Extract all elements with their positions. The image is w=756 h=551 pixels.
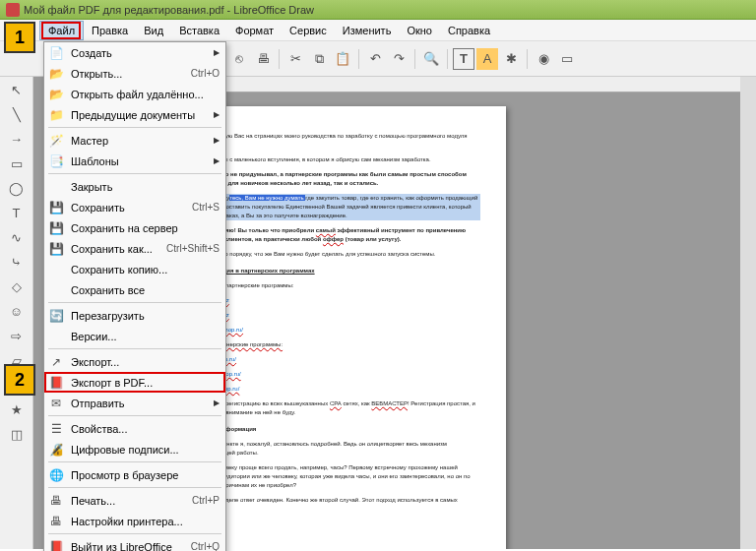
menu-file[interactable]: Файл [39,21,84,40]
menu-item-shortcut: Ctrl+S [192,202,220,213]
browser-icon: 🌐 [47,467,65,483]
doc-heading: Регистрация в партнерских программах [197,267,480,276]
menu-item-label: Сохранить как... [71,243,158,255]
scrollbar-vertical[interactable] [740,77,756,549]
file-menu-item[interactable]: 📕Экспорт в PDF... [44,372,225,393]
vtb-symbol[interactable]: ☺ [5,300,29,322]
sign-icon: 🔏 [47,442,65,458]
menu-item-label: Сохранить все [71,284,220,296]
file-menu-item[interactable]: ↗Экспорт... [44,351,225,372]
doc-text: Инфо партнерские программы: [197,340,480,349]
doc-selection: тесь, Вам не нужно думать [229,195,305,201]
doc-text: На этом пункте я, пожалуй, остановлюсь п… [197,440,480,458]
send-icon: ✉ [47,396,65,411]
vtb-connector[interactable]: ⤷ [5,251,29,273]
tb-print[interactable]: 🖶 [252,48,274,70]
file-menu-item[interactable]: 💾Сохранить как...Ctrl+Shift+S [44,238,225,259]
submenu-arrow-icon: ▶ [214,398,220,407]
file-menu-item[interactable]: 📄Создать▶ [44,42,225,63]
file-menu-item[interactable]: 🔄Перезагрузить [44,305,225,326]
menu-item-label: Экспорт в PDF... [71,377,220,389]
file-menu-item[interactable]: 📂Открыть файл удалённо... [44,84,225,104]
file-menu-item[interactable]: Закрыть [44,176,225,197]
menu-item-label: Шаблоны [71,155,214,167]
tb-export[interactable]: ⎋ [228,48,250,70]
menu-tools[interactable]: Сервис [282,22,335,39]
tb-redo[interactable]: ↷ [388,48,410,70]
file-menu-item[interactable]: 📕Выйти из LibreOfficeCtrl+Q [44,536,225,551]
export-icon: ↗ [47,354,65,370]
tb-paste[interactable]: 📋 [332,48,353,70]
file-menu-item[interactable]: Версии... [44,326,225,346]
submenu-arrow-icon: ▶ [214,48,220,57]
vtb-line[interactable]: ╲ [5,103,29,125]
menu-item-shortcut: Ctrl+Shift+S [166,243,220,254]
file-menu-item[interactable]: ☰Свойства... [44,418,225,439]
file-menu-item[interactable]: 📂Открыть...Ctrl+O [44,63,225,84]
menu-help[interactable]: Справка [440,22,498,39]
vtb-select[interactable]: ↖ [5,79,29,100]
tb-cut[interactable]: ✂ [284,48,306,70]
doc-text: Что бы кто не придумывал, а партнерские … [197,171,467,186]
tb-fontwork[interactable]: ✱ [500,48,522,70]
menu-edit[interactable]: Правка [84,22,136,39]
menu-format[interactable]: Формат [227,22,282,39]
menu-item-label: Создать [71,47,214,59]
menu-modify[interactable]: Изменить [335,22,400,39]
file-menu-item[interactable]: 🖶Настройки принтера... [44,511,225,531]
file-menu-item[interactable]: 💾СохранитьCtrl+S [44,197,225,217]
vtb-block-arrows[interactable]: ⇨ [5,325,29,346]
vtb-3d[interactable]: ◫ [5,423,29,445]
tb-textbox[interactable]: T [453,48,474,70]
remote-icon: 📂 [47,87,65,102]
submenu-arrow-icon: ▶ [214,156,220,165]
file-menu-item[interactable]: 💾Сохранить на сервер [44,217,225,238]
menu-insert[interactable]: Вставка [171,22,227,39]
file-menu-item[interactable]: Сохранить все [44,279,225,300]
file-menu-item[interactable]: 🔏Цифровые подписи... [44,439,225,459]
file-menu-item[interactable]: 🖶Печать...Ctrl+P [44,490,225,511]
file-menu-item[interactable]: ✉Отправить▶ [44,393,225,413]
menu-item-shortcut: Ctrl+O [191,68,220,79]
tb-undo[interactable]: ↶ [364,48,386,70]
menu-item-label: Просмотр в браузере [71,469,220,481]
file-menu-item[interactable]: 🪄Мастер▶ [44,130,225,151]
menu-item-label: Цифровые подписи... [71,444,220,456]
tb-copy[interactable]: ⧉ [308,48,330,70]
reload-icon: 🔄 [47,308,65,324]
doc-text: Товарные партнерские программы: [197,281,480,290]
tb-font[interactable]: A [476,48,498,70]
file-menu-item[interactable]: 🌐Просмотр в браузере [44,464,225,485]
submenu-arrow-icon: ▶ [214,136,220,145]
vtb-arrow[interactable]: → [5,128,29,150]
menu-item-label: Выйти из LibreOffice [71,541,183,552]
menu-window[interactable]: Окно [399,22,440,39]
vtb-text[interactable]: T [5,202,29,223]
vtb-curve[interactable]: ∿ [5,226,29,248]
template-icon: 📑 [47,153,65,169]
menu-item-label: Открыть файл удалённо... [71,89,220,100]
app-window: Мой файл PDF для редактирования.pdf - Li… [0,0,756,551]
menu-item-label: Открыть... [71,68,183,80]
doc-text: Кому человеку проще всего продать, напри… [197,463,480,490]
vtb-stars[interactable]: ★ [5,398,29,420]
vtb-basic-shapes[interactable]: ◇ [5,276,29,297]
doc-icon: 📄 [47,45,65,61]
menu-item-label: Отправить [71,398,214,409]
menu-view[interactable]: Вид [136,22,171,39]
file-menu-item[interactable]: Сохранить копию... [44,259,225,279]
doc-text: На самом деле ответ очевиден. Конечно же… [197,496,480,505]
file-menu-item[interactable]: 📁Предыдущие документы▶ [44,104,225,125]
menu-item-label: Экспорт... [71,356,220,368]
vtb-rect[interactable]: ▭ [5,153,29,174]
tb-nav[interactable]: ◉ [533,48,554,70]
file-menu-item[interactable]: 📑Шаблоны▶ [44,151,225,171]
tb-zoom[interactable]: 🔍 [420,48,442,70]
saveas-icon: 💾 [47,241,65,257]
vtb-ellipse[interactable]: ◯ [5,177,29,199]
printer-icon: 🖶 [47,514,65,529]
menu-item-label: Мастер [71,135,214,147]
tb-page[interactable]: ▭ [556,48,578,70]
menu-bar: Файл Правка Вид Вставка Формат Сервис Из… [0,20,756,41]
doc-text: Давайте по порядку, что же Вам нужно буд… [197,250,480,259]
